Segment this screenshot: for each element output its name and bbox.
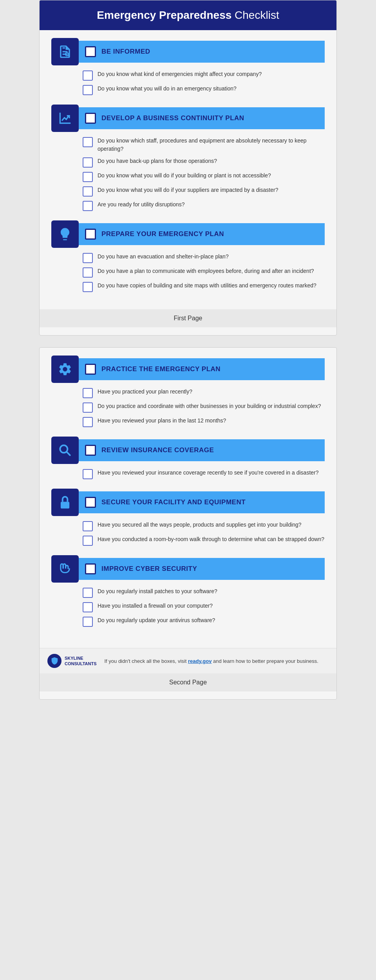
item-text: Have you practiced your plan recently? [98, 388, 192, 396]
section-be-informed: BE INFORMED Do you know what kind of eme… [51, 38, 325, 95]
section-insurance: REVIEW INSURANCE COVERAGE Have you revie… [51, 437, 325, 479]
list-item: Do you know which staff, procedures and … [83, 137, 325, 153]
page-1: Emergency Preparedness Checklist BE INFO… [39, 0, 337, 336]
section-header-ep: PREPARE YOUR EMERGENCY PLAN [51, 220, 325, 248]
cs-title-bar: IMPROVE CYBER SECURITY [79, 558, 325, 580]
footer-message: If you didn't check all the boxes, visit… [104, 658, 318, 664]
list-item: Do you know what you will do if your sup… [83, 186, 325, 197]
document-search-icon [58, 44, 72, 59]
footer-logo-text: SKYLINE CONSULTANTS [65, 655, 96, 667]
svg-line-3 [67, 452, 70, 455]
item-checkbox[interactable] [83, 157, 93, 168]
footer-text-before: If you didn't check all the boxes, visit [104, 658, 188, 664]
item-checkbox[interactable] [83, 469, 93, 479]
item-checkbox[interactable] [83, 85, 93, 95]
list-item: Do you know what kind of emergencies mig… [83, 70, 325, 81]
be-informed-items: Do you know what kind of emergencies mig… [51, 70, 325, 95]
be-informed-title-bar: BE INFORMED [79, 41, 325, 63]
page1-content: BE INFORMED Do you know what kind of eme… [40, 30, 336, 309]
item-checkbox[interactable] [83, 282, 93, 292]
list-item: Do you regularly update your antivirus s… [83, 616, 325, 627]
gears-icon [58, 362, 72, 377]
item-text: Do you practice and coordinate with othe… [98, 402, 321, 410]
logo-icon [47, 654, 61, 668]
item-checkbox[interactable] [83, 402, 93, 413]
item-checkbox[interactable] [83, 521, 93, 531]
list-item: Have you reviewed your insurance coverag… [83, 469, 325, 479]
ep-icon [51, 220, 79, 248]
item-checkbox[interactable] [83, 172, 93, 182]
list-item: Have you installed a firewall on your co… [83, 602, 325, 612]
list-item: Do you regularly install patches to your… [83, 587, 325, 598]
title-light: Checklist [231, 9, 279, 21]
lock-icon [58, 495, 72, 510]
list-item: Do you practice and coordinate with othe… [83, 402, 325, 413]
list-item: Do you have an evacuation and shelter-in… [83, 253, 325, 263]
ep-checkbox[interactable] [85, 229, 96, 240]
section-secure-facility: SECURE YOUR FACILITY AND EQUIPMENT Have … [51, 489, 325, 546]
be-informed-checkbox[interactable] [85, 46, 96, 57]
item-text: Do you know which staff, procedures and … [98, 137, 325, 153]
item-checkbox[interactable] [83, 536, 93, 546]
item-checkbox[interactable] [83, 186, 93, 197]
ins-title-bar: REVIEW INSURANCE COVERAGE [79, 439, 325, 461]
be-informed-icon [51, 38, 79, 65]
item-checkbox[interactable] [83, 267, 93, 278]
shield-icon [50, 657, 59, 665]
item-text: Do you know what you will do if your bui… [98, 171, 271, 180]
ready-gov-link[interactable]: ready.gov [188, 658, 212, 664]
item-checkbox[interactable] [83, 617, 93, 627]
footer-logo: SKYLINE CONSULTANTS [47, 654, 96, 668]
sf-title-bar: SECURE YOUR FACILITY AND EQUIPMENT [79, 491, 325, 513]
item-text: Do you regularly update your antivirus s… [98, 616, 215, 624]
sf-title: SECURE YOUR FACILITY AND EQUIPMENT [101, 498, 246, 506]
ins-icon [51, 437, 79, 464]
title-strong: Emergency Preparedness [97, 9, 231, 21]
lightbulb-icon [58, 227, 72, 242]
ins-title: REVIEW INSURANCE COVERAGE [101, 446, 214, 454]
cs-checkbox[interactable] [85, 563, 96, 574]
section-header-ins: REVIEW INSURANCE COVERAGE [51, 437, 325, 464]
ep-title: PREPARE YOUR EMERGENCY PLAN [101, 230, 224, 238]
section-practice-plan: PRACTICE THE EMERGENCY PLAN Have you pra… [51, 356, 325, 427]
list-item: Do you know what you will do in an emerg… [83, 85, 325, 95]
item-text: Do you have an evacuation and shelter-in… [98, 253, 229, 261]
list-item: Are you ready for utility disruptions? [83, 200, 325, 211]
item-checkbox[interactable] [83, 602, 93, 612]
pp-icon [51, 356, 79, 383]
item-checkbox[interactable] [83, 588, 93, 598]
cs-icon [51, 555, 79, 583]
bcp-title: DEVELOP A BUSINESS CONTINUITY PLAN [101, 114, 244, 122]
search-magnify-icon [58, 443, 72, 458]
sf-checkbox[interactable] [85, 497, 96, 508]
item-checkbox[interactable] [83, 70, 93, 81]
ins-items: Have you reviewed your insurance coverag… [51, 469, 325, 479]
item-checkbox[interactable] [83, 201, 93, 211]
item-text: Do you have a plan to communicate with e… [98, 267, 314, 275]
item-checkbox[interactable] [83, 388, 93, 398]
section-header-be-informed: BE INFORMED [51, 38, 325, 65]
hand-pointer-icon [58, 561, 72, 576]
cs-title: IMPROVE CYBER SECURITY [101, 565, 197, 573]
item-text: Do you know what you will do in an emerg… [98, 85, 237, 93]
chart-up-icon [58, 111, 72, 126]
bcp-icon [51, 105, 79, 132]
section-header-cs: IMPROVE CYBER SECURITY [51, 555, 325, 583]
bcp-checkbox[interactable] [85, 113, 96, 124]
list-item: Have you practiced your plan recently? [83, 388, 325, 398]
item-checkbox[interactable] [83, 253, 93, 263]
pp-title: PRACTICE THE EMERGENCY PLAN [101, 365, 221, 373]
bcp-title-bar: DEVELOP A BUSINESS CONTINUITY PLAN [79, 107, 325, 129]
list-item: Have you reviewed your plans in the last… [83, 417, 325, 427]
be-informed-title: BE INFORMED [101, 48, 150, 56]
page1-label: First Page [40, 309, 336, 327]
section-emergency-plan: PREPARE YOUR EMERGENCY PLAN Do you have … [51, 220, 325, 292]
item-text: Do you know what kind of emergencies mig… [98, 70, 262, 78]
pp-checkbox[interactable] [85, 364, 96, 375]
item-checkbox[interactable] [83, 137, 93, 147]
ins-checkbox[interactable] [85, 445, 96, 456]
item-text: Do you regularly install patches to your… [98, 587, 217, 596]
item-checkbox[interactable] [83, 417, 93, 427]
svg-point-5 [64, 504, 66, 506]
list-item: Do you have a plan to communicate with e… [83, 267, 325, 278]
